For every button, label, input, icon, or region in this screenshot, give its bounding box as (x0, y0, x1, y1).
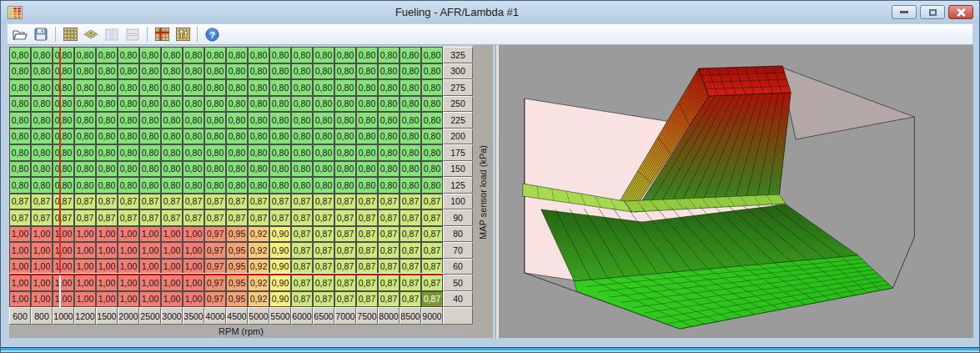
afr-cell[interactable]: 0,87 (421, 209, 443, 226)
afr-cell[interactable]: 0,87 (204, 194, 226, 210)
afr-cell[interactable]: 1,00 (31, 291, 53, 308)
afr-cell[interactable]: 0,80 (269, 112, 291, 129)
afr-cell[interactable]: 0,80 (356, 79, 378, 96)
afr-cell[interactable]: 0,80 (378, 177, 400, 194)
row-header[interactable]: 325 (443, 47, 473, 63)
afr-cell[interactable]: 0,80 (118, 63, 139, 80)
afr-cell[interactable]: 0,80 (96, 79, 118, 96)
afr-cell[interactable]: 0,80 (183, 96, 204, 113)
afr-cell[interactable]: 0,80 (118, 47, 139, 63)
afr-cell[interactable]: 0,87 (161, 194, 183, 210)
afr-cell[interactable]: 0,80 (291, 129, 313, 145)
afr-cell[interactable]: 0,80 (400, 144, 421, 161)
afr-cell[interactable]: 0,87 (378, 209, 400, 226)
afr-cell[interactable]: 0,87 (421, 194, 443, 210)
afr-cell[interactable]: 0,80 (269, 177, 291, 194)
afr-cell[interactable]: 0,87 (313, 291, 334, 308)
afr-cell[interactable]: 0,80 (118, 161, 139, 178)
afr-cell[interactable]: 0,80 (226, 129, 248, 145)
afr-cell[interactable]: 0,87 (356, 275, 378, 291)
afr-cell[interactable]: 0,80 (183, 177, 204, 194)
afr-cell[interactable]: 0,87 (400, 275, 421, 291)
afr-cell[interactable]: 0,80 (139, 79, 161, 96)
afr-cell[interactable]: 0,80 (421, 161, 443, 178)
afr-cell[interactable]: 0,80 (334, 47, 356, 63)
col-header[interactable]: 6000 (291, 307, 313, 325)
afr-cell[interactable]: 0,87 (139, 194, 161, 210)
afr-cell[interactable]: 1,00 (74, 242, 96, 259)
afr-cell[interactable]: 0,92 (248, 242, 269, 259)
row-header[interactable]: 50 (443, 275, 473, 291)
afr-cell[interactable]: 0,87 (400, 242, 421, 259)
afr-cell[interactable]: 0,80 (248, 129, 269, 145)
afr-cell[interactable]: 0,87 (291, 209, 313, 226)
afr-cell[interactable]: 0,87 (378, 242, 400, 259)
afr-cell[interactable]: 0,80 (334, 177, 356, 194)
afr-cell[interactable]: 0,80 (96, 63, 118, 80)
afr-cell[interactable]: 0,95 (226, 226, 248, 243)
afr-cell[interactable]: 0,80 (421, 63, 443, 80)
afr-cell[interactable]: 0,80 (96, 177, 118, 194)
afr-cell[interactable]: 0,80 (356, 161, 378, 178)
afr-cell[interactable]: 1,00 (118, 291, 139, 308)
afr-cell[interactable]: 0,80 (9, 161, 31, 178)
afr-cell[interactable]: 0,80 (226, 96, 248, 113)
afr-cell[interactable]: 0,92 (248, 226, 269, 243)
split-vertical-button[interactable] (102, 25, 122, 43)
afr-cell[interactable]: 0,80 (291, 47, 313, 63)
row-header[interactable]: 60 (443, 259, 473, 275)
afr-cell[interactable]: 0,80 (118, 177, 139, 194)
afr-cell[interactable]: 0,80 (269, 79, 291, 96)
afr-cell[interactable]: 0,80 (53, 177, 74, 194)
row-header[interactable]: 125 (443, 177, 473, 194)
table-increment-button[interactable] (173, 25, 193, 43)
afr-cell[interactable]: 0,80 (139, 177, 161, 194)
afr-cell[interactable]: 0,92 (248, 291, 269, 308)
afr-cell[interactable]: 0,80 (53, 112, 74, 129)
col-header[interactable]: 800 (31, 307, 53, 325)
afr-cell[interactable]: 0,80 (96, 112, 118, 129)
afr-cell[interactable]: 0,87 (356, 291, 378, 308)
afr-cell[interactable]: 0,80 (204, 112, 226, 129)
afr-cell[interactable]: 0,80 (183, 63, 204, 80)
save-map-button[interactable] (31, 25, 51, 43)
afr-cell[interactable]: 0,80 (334, 144, 356, 161)
afr-cell[interactable]: 0,80 (31, 63, 53, 80)
afr-cell[interactable]: 0,87 (226, 209, 248, 226)
afr-cell[interactable]: 0,87 (291, 291, 313, 308)
afr-cell[interactable]: 0,80 (96, 144, 118, 161)
afr-cell[interactable]: 0,80 (74, 144, 96, 161)
afr-cell[interactable]: 0,80 (96, 129, 118, 145)
afr-cell[interactable]: 0,97 (204, 291, 226, 308)
afr-cell[interactable]: 0,80 (378, 161, 400, 178)
afr-cell[interactable]: 1,00 (139, 291, 161, 308)
afr-cell[interactable]: 0,87 (183, 194, 204, 210)
col-header[interactable]: 7000 (334, 307, 356, 325)
afr-cell[interactable]: 0,87 (421, 226, 443, 243)
afr-cell[interactable]: 1,00 (9, 242, 31, 259)
col-header[interactable]: 8000 (378, 307, 400, 325)
afr-cell[interactable]: 0,80 (291, 96, 313, 113)
afr-cell[interactable]: 0,87 (313, 209, 334, 226)
afr-cell[interactable]: 1,00 (31, 242, 53, 259)
afr-cell[interactable]: 0,97 (204, 226, 226, 243)
afr-cell[interactable]: 0,87 (139, 209, 161, 226)
afr-cell[interactable]: 0,80 (356, 177, 378, 194)
afr-cell[interactable]: 0,80 (248, 47, 269, 63)
afr-cell[interactable]: 0,80 (9, 129, 31, 145)
afr-cell[interactable]: 0,87 (53, 209, 74, 226)
afr-cell[interactable]: 0,80 (204, 177, 226, 194)
afr-cell[interactable]: 0,80 (421, 112, 443, 129)
afr-cell[interactable]: 0,80 (400, 112, 421, 129)
afr-cell[interactable]: 0,87 (183, 209, 204, 226)
afr-cell[interactable]: 0,87 (313, 242, 334, 259)
afr-cell[interactable]: 0,80 (421, 96, 443, 113)
afr-cell[interactable]: 0,80 (334, 96, 356, 113)
afr-cell[interactable]: 0,80 (269, 96, 291, 113)
afr-cell[interactable]: 0,80 (378, 47, 400, 63)
afr-cell[interactable]: 0,80 (9, 112, 31, 129)
afr-cell[interactable]: 0,80 (53, 47, 74, 63)
afr-cell[interactable]: 1,00 (183, 275, 204, 291)
afr-cell[interactable]: 0,80 (31, 47, 53, 63)
afr-cell[interactable]: 0,87 (400, 194, 421, 210)
